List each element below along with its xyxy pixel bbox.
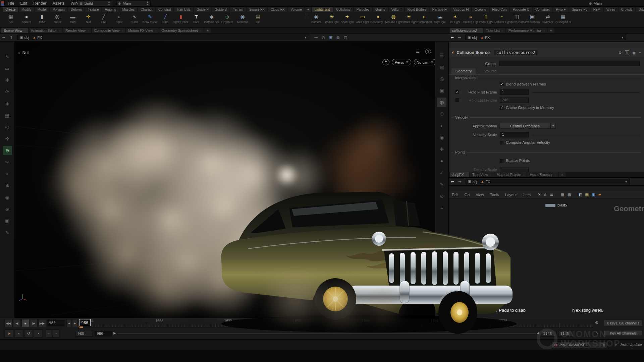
- step-back-button[interactable]: ◀: [66, 319, 72, 327]
- viewport-tool-icon[interactable]: ⊛: [3, 204, 12, 214]
- display-option-icon[interactable]: ✎: [437, 180, 446, 189]
- range-slider-left-handle[interactable]: ▶: [113, 331, 116, 335]
- playhead-marker[interactable]: [79, 326, 83, 328]
- menu-item[interactable]: Help: [520, 191, 534, 198]
- toolbar-icon[interactable]: ✕: [538, 192, 541, 197]
- path-node[interactable]: ▲ FX: [33, 36, 42, 40]
- shelf-tool[interactable]: ○Circle: [111, 12, 127, 24]
- display-option-icon[interactable]: ●: [437, 156, 446, 166]
- shelf-tab[interactable]: Model: [35, 7, 49, 12]
- node-blast5[interactable]: [545, 204, 555, 207]
- keys-summary-button[interactable]: 0 keys, 0/0 channels: [604, 320, 643, 326]
- shelf-tab[interactable]: Modify: [19, 7, 34, 12]
- viewport-tool-icon[interactable]: ✜: [3, 134, 12, 143]
- viewport-tool-icon[interactable]: ↖: [3, 52, 12, 61]
- viewport-tool-icon[interactable]: ◈: [3, 99, 12, 108]
- pane-tab[interactable]: Motion FX View: [126, 28, 158, 33]
- pane-tab[interactable]: Scene View: [1, 28, 28, 33]
- menu-item[interactable]: File: [5, 0, 17, 7]
- camera-pill[interactable]: No cam▼: [414, 59, 435, 65]
- chevron-down-icon[interactable]: ▼: [639, 51, 641, 54]
- toolbar-icon[interactable]: ▰: [598, 192, 601, 197]
- toolbar-icon[interactable]: ▣: [592, 192, 595, 197]
- shelf-tool[interactable]: ▮Tube: [34, 12, 50, 24]
- shelf-tab[interactable]: Container: [533, 7, 552, 12]
- add-pane-tab-button[interactable]: +: [548, 28, 554, 33]
- pane-tab[interactable]: Take List: [484, 28, 505, 33]
- global-range-end-field[interactable]: 1145: [558, 331, 574, 337]
- density-scale-field[interactable]: [500, 167, 529, 172]
- shelf-tool[interactable]: ◉Camera: [309, 12, 324, 24]
- shelf-tab[interactable]: Fluid Con: [490, 7, 509, 12]
- display-option-icon[interactable]: ▣: [437, 86, 446, 95]
- shelf-tab[interactable]: Collisions: [333, 7, 353, 12]
- menu-item[interactable]: Assets: [49, 0, 67, 7]
- gear-icon[interactable]: ⚙: [619, 51, 622, 55]
- shelf-tab[interactable]: Deform: [68, 7, 85, 12]
- global-range-start-field[interactable]: 980: [75, 331, 93, 337]
- viewport-tool-icon[interactable]: ▦: [3, 111, 12, 120]
- shelf-tool[interactable]: ╱Path: [158, 12, 173, 24]
- display-option-icon[interactable]: ✚: [437, 144, 446, 154]
- hold-last-frame-field[interactable]: 240: [500, 98, 529, 103]
- display-option-icon[interactable]: ◎: [437, 74, 446, 83]
- menu-item[interactable]: Edit: [17, 0, 30, 7]
- viewport-tool-icon[interactable]: ✎: [3, 228, 12, 237]
- shelf-tab[interactable]: Guide P: [194, 7, 211, 12]
- playbar-option-icon[interactable]: ◖: [14, 329, 23, 338]
- toolbar-icon[interactable]: ▦: [561, 192, 564, 197]
- shelf-tab[interactable]: Populate C: [510, 7, 532, 12]
- shelf-tab[interactable]: Hair Utils: [174, 7, 193, 12]
- shelf-tool[interactable]: ≈Caustic Light: [463, 12, 478, 24]
- shelf-tab[interactable]: Crowds: [619, 7, 635, 12]
- shelf-tab[interactable]: Lights and: [312, 7, 333, 12]
- pane-tab[interactable]: /obj/FX: [450, 172, 469, 177]
- up-icon[interactable]: ⬆: [9, 35, 13, 40]
- shelf-tab[interactable]: Create: [3, 7, 18, 12]
- viewport-tool-icon[interactable]: ⌖: [3, 169, 12, 179]
- pane-tab[interactable]: Composite View: [92, 28, 125, 33]
- shelf-tab[interactable]: Pyro F: [553, 7, 568, 12]
- menu-item[interactable]: Render: [30, 0, 49, 7]
- shelf-tool[interactable]: ◎Torus: [50, 12, 65, 24]
- range-limit-back-icon[interactable]: ⇤: [46, 329, 52, 338]
- shelf-tab[interactable]: Rigid Bodies: [405, 7, 429, 12]
- shelf-tab[interactable]: Charact: [138, 7, 155, 12]
- display-option-icon[interactable]: ✓: [437, 168, 446, 177]
- network-path-field[interactable]: ▣ obj ▲ FX ▼: [466, 179, 630, 184]
- current-frame-indicator[interactable]: 980: [79, 319, 91, 326]
- menu-item[interactable]: Tools: [487, 191, 502, 198]
- shelf-tool[interactable]: ☀Distant Light: [401, 12, 417, 24]
- pane-tab[interactable]: Performance Monitor: [506, 28, 547, 33]
- key-all-channels-button[interactable]: Key All Channels: [604, 330, 643, 336]
- range-end-field[interactable]: 1145: [541, 331, 556, 337]
- shelf-tool[interactable]: ▭Area Light: [355, 12, 370, 24]
- shelf-tab[interactable]: Terrain: [230, 7, 246, 12]
- shelf-tab[interactable]: Guide B: [212, 7, 229, 12]
- transport-button[interactable]: ◀◀: [5, 319, 12, 327]
- viewport-tool-icon[interactable]: ◎: [3, 122, 12, 132]
- layout-combo[interactable]: ⊕ Main ▲▼: [116, 1, 151, 6]
- projection-pill[interactable]: Persp▼: [392, 59, 411, 65]
- shelf-tab[interactable]: Grains: [373, 7, 388, 12]
- playbar-option-icon[interactable]: ↺: [24, 329, 33, 338]
- cache-geometry-checkbox[interactable]: ✓: [500, 106, 503, 110]
- step-forward-button[interactable]: ▶: [72, 319, 77, 327]
- spinner-icon[interactable]: ▲▼: [603, 343, 605, 347]
- viewport-tool-icon[interactable]: ✂: [3, 158, 12, 167]
- desktop-indicator[interactable]: ⊖ Main: [588, 1, 618, 6]
- scene-path-field[interactable]: ▣ obj ▲ FX ▼: [17, 35, 309, 40]
- pane-tab[interactable]: Material Palette: [494, 172, 527, 177]
- current-frame-field[interactable]: 980: [47, 320, 65, 326]
- shelf-tab[interactable]: Texture: [85, 7, 102, 12]
- shelf-tool[interactable]: ▯Portal Light: [478, 12, 494, 24]
- display-option-icon[interactable]: ◐: [437, 121, 446, 130]
- shelf-tab[interactable]: Cloud FX: [268, 7, 287, 12]
- shelf-tab[interactable]: Volume: [288, 7, 305, 12]
- hold-first-frame-slider[interactable]: [532, 92, 639, 93]
- tab-geometry[interactable]: Geometry: [451, 68, 476, 74]
- shelf-tab[interactable]: Vellum: [389, 7, 404, 12]
- range-limit-fwd-icon[interactable]: ⇥: [53, 329, 59, 338]
- shelf-tool[interactable]: ▦Guidepad Camera: [555, 12, 571, 24]
- compute-angular-velocity-checkbox[interactable]: [500, 141, 503, 144]
